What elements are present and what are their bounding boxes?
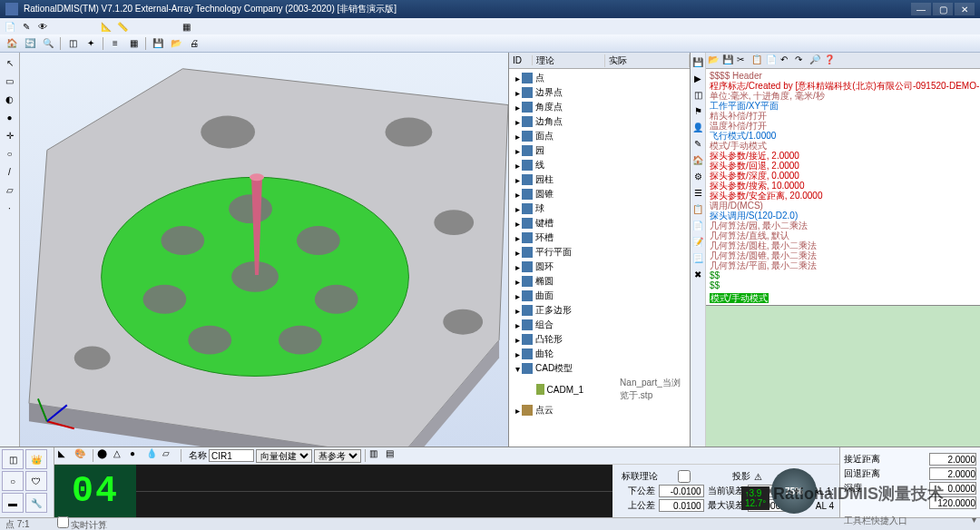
bl-bar-icon[interactable]: ▬ xyxy=(2,493,24,513)
lower-input[interactable] xyxy=(659,485,704,497)
tb-open-icon[interactable]: 📂 xyxy=(168,36,184,51)
tree-item[interactable]: ▸角度点 xyxy=(511,100,688,114)
waveform-display[interactable] xyxy=(136,465,612,517)
stb-redo-icon[interactable]: ↷ xyxy=(795,54,808,67)
bl-cube-icon[interactable]: ◫ xyxy=(2,449,24,469)
st-home-icon[interactable]: 🏠 xyxy=(691,152,705,167)
bm-tri-icon[interactable]: ◣ xyxy=(58,448,73,463)
minimize-button[interactable]: — xyxy=(911,3,931,15)
lt-circle-icon[interactable]: ○ xyxy=(2,145,18,162)
bm-cyl-icon[interactable]: ⬤ xyxy=(97,448,112,463)
lt-line-icon[interactable]: / xyxy=(2,163,18,180)
nomr-check[interactable] xyxy=(662,470,707,483)
tree-item[interactable]: ▸正多边形 xyxy=(511,303,688,318)
tb-home-icon[interactable]: 🏠 xyxy=(4,36,20,51)
tree-item[interactable]: ▸圆锥 xyxy=(511,187,688,201)
st-run-icon[interactable]: ▶ xyxy=(691,71,705,85)
rt-check[interactable] xyxy=(57,516,69,528)
bl-tool-icon[interactable]: 🔧 xyxy=(25,493,47,513)
tree-item[interactable]: ▸凸轮形 xyxy=(511,332,688,347)
bl-circle-icon[interactable]: ○ xyxy=(2,471,24,491)
st-cube-icon[interactable]: ◫ xyxy=(691,87,705,102)
tree-item[interactable]: ▸线 xyxy=(511,158,688,172)
viewport-3d[interactable] xyxy=(20,53,508,447)
tree-item[interactable]: ▸圆环 xyxy=(511,260,688,274)
tb-save-icon[interactable]: 💾 xyxy=(150,36,166,51)
tree-cad-item[interactable]: CADM_1Nan_part_当浏览于.stp xyxy=(511,376,688,403)
name-input[interactable] xyxy=(209,449,254,462)
tree-item[interactable]: ▸环槽 xyxy=(511,231,688,245)
speed-input[interactable] xyxy=(929,496,976,509)
joystick-indicator[interactable]: 75% xyxy=(771,468,817,514)
tree-points[interactable]: ▸点云 xyxy=(511,403,688,417)
st-cog-icon[interactable]: ⚙ xyxy=(691,169,705,183)
retract-input[interactable] xyxy=(929,467,976,480)
bm-color-icon[interactable]: 🎨 xyxy=(74,448,89,463)
bm-more2-icon[interactable]: ▤ xyxy=(386,448,400,463)
upper-input[interactable] xyxy=(659,499,704,512)
menu-edit-icon[interactable]: ✎ xyxy=(20,20,33,33)
tree-root[interactable]: ▸点 xyxy=(511,71,688,85)
tree-item[interactable]: ▸边角点 xyxy=(511,114,688,129)
lt-select-icon[interactable]: ▭ xyxy=(2,73,18,89)
bm-plane-icon[interactable]: ▱ xyxy=(162,448,177,463)
maximize-button[interactable]: ▢ xyxy=(933,3,953,15)
script-editor[interactable]: $$$$ Header程序标志/Created by [意科精端科技(北京)有限… xyxy=(706,69,980,292)
bm-more1-icon[interactable]: ▥ xyxy=(369,448,384,463)
tb-axis-icon[interactable]: ✦ xyxy=(83,36,99,51)
st-x-icon[interactable]: ✖ xyxy=(691,267,705,281)
tree-item[interactable]: ▸曲轮 xyxy=(511,347,688,361)
tree-item[interactable]: ▾CAD模型 xyxy=(511,361,688,376)
tree-item[interactable]: ▸键槽 xyxy=(511,216,688,231)
tree-item[interactable]: ▸园柱 xyxy=(511,172,688,187)
menu-measure-icon[interactable]: 📏 xyxy=(116,20,129,33)
tree-item[interactable]: ▸球 xyxy=(511,201,688,216)
lt-coord-icon[interactable]: ✛ xyxy=(2,127,18,143)
st-list-icon[interactable]: ☰ xyxy=(691,185,705,200)
tb-refresh-icon[interactable]: 🔄 xyxy=(22,36,38,51)
bm-drop-icon[interactable]: 💧 xyxy=(146,448,161,463)
st-flag-icon[interactable]: ⚑ xyxy=(691,103,705,118)
lt-point-icon[interactable]: · xyxy=(2,200,18,216)
proj-icon[interactable]: ⚠ xyxy=(754,472,762,482)
menu-window-icon[interactable]: ▦ xyxy=(180,20,192,33)
tree-item[interactable]: ▸园 xyxy=(511,143,688,158)
tree-item[interactable]: ▸面点 xyxy=(511,129,688,143)
stb-help-icon[interactable]: ❓ xyxy=(824,54,837,67)
st-edit-icon[interactable]: ✎ xyxy=(691,136,705,151)
approach-input[interactable] xyxy=(929,453,976,466)
script-output[interactable] xyxy=(706,305,980,447)
st-save-icon[interactable]: 💾 xyxy=(691,54,705,69)
tree-item[interactable]: ▸椭圆 xyxy=(511,274,688,289)
menu-file-icon[interactable]: 📄 xyxy=(4,20,16,33)
tree-item[interactable]: ▸组合 xyxy=(511,318,688,332)
st-user-icon[interactable]: 👤 xyxy=(691,120,705,134)
stb-paste-icon[interactable]: 📄 xyxy=(766,54,779,67)
tree-item[interactable]: ▸曲面 xyxy=(511,289,688,303)
tb-zoom-icon[interactable]: 🔍 xyxy=(40,36,56,51)
lt-face-icon[interactable]: ▱ xyxy=(2,182,18,198)
proj-select[interactable]: 向量创建 xyxy=(256,449,312,463)
bm-cone-icon[interactable]: △ xyxy=(113,448,128,463)
stb-find-icon[interactable]: 🔎 xyxy=(809,54,822,67)
lt-arrow-icon[interactable]: ↖ xyxy=(2,54,18,71)
st-doc-icon[interactable]: 📄 xyxy=(691,218,705,232)
tree-item[interactable]: ▸边界点 xyxy=(511,85,688,100)
tb-print-icon[interactable]: 🖨 xyxy=(186,36,202,51)
expand-icon[interactable]: ▾ xyxy=(972,515,976,527)
st-note-icon[interactable]: 📝 xyxy=(691,234,705,249)
ref-select[interactable]: 基参考 xyxy=(314,449,361,463)
tree-body[interactable]: ▸点 ▸边界点▸角度点▸边角点▸面点▸园▸线▸园柱▸圆锥▸球▸键槽▸环槽▸平行平… xyxy=(509,69,690,447)
st-sheet-icon[interactable]: 📃 xyxy=(691,250,705,265)
lt-surface-icon[interactable]: ◐ xyxy=(2,91,18,107)
tb-cube-icon[interactable]: ◫ xyxy=(64,36,81,51)
tb-layers-icon[interactable]: ≡ xyxy=(107,36,123,51)
tb-grid-icon[interactable]: ▦ xyxy=(125,36,142,51)
stb-undo-icon[interactable]: ↶ xyxy=(780,54,793,67)
stb-save-icon[interactable]: 💾 xyxy=(722,54,735,67)
depth-input[interactable] xyxy=(929,482,976,495)
bm-sph-icon[interactable]: ● xyxy=(130,448,144,463)
menu-probe-icon[interactable]: 📐 xyxy=(100,20,113,33)
bl-crest-icon[interactable]: 👑 xyxy=(25,449,47,469)
close-button[interactable]: ✕ xyxy=(955,3,975,15)
